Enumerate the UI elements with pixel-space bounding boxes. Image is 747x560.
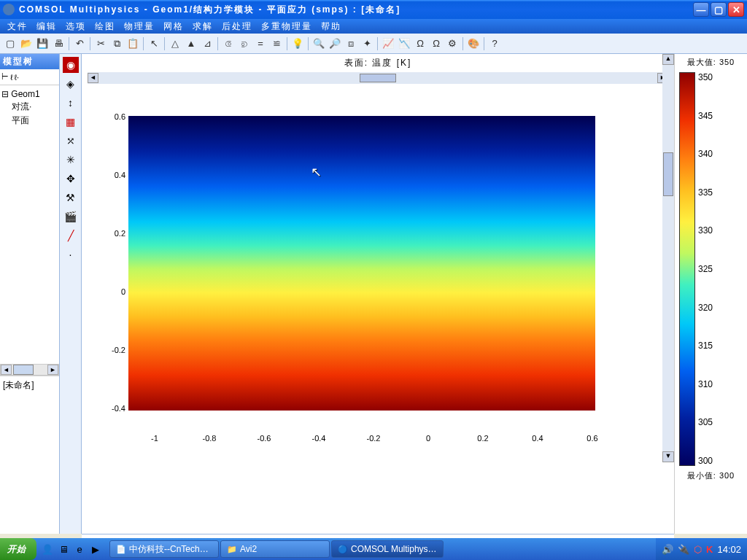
x-tick: 0.2 [477,434,488,443]
menu-multiphysics[interactable]: 多重物理量 [258,19,315,34]
colorbar-ticks: 350345340 335330325 320315310 305300 [695,72,713,466]
sideicon-layers-icon[interactable]: ◈ [63,76,79,92]
equals-icon[interactable]: = [253,36,268,51]
maximize-button[interactable]: ▢ [711,2,727,17]
plot-area: 表面: 温度 [K] ◄► ↖ 0.6 0.4 0.2 0 -0.2 -0.4 … [82,54,674,534]
print-icon[interactable]: 🖶 [51,36,66,51]
undo-icon[interactable]: ↶ [72,36,87,51]
x-tick: 0.4 [532,434,543,443]
tree-root[interactable]: ⊟ Geom1 [1,88,58,100]
tree-toolbar: ⊢ ℓ ℓ· [0,69,59,85]
menu-postprocess[interactable]: 后处理 [219,19,255,34]
x-tick: 0 [426,434,430,443]
system-tray[interactable]: 🔊 🔌 ⬡ K 14:02 [656,538,747,560]
colorbar-max: 最大值: 350 [679,57,743,68]
zoom-in-icon[interactable]: 🔍 [311,36,326,51]
help-icon[interactable]: ? [487,36,502,51]
y-tick: 0.2 [107,229,125,238]
menu-file[interactable]: 文件 [4,19,31,34]
colorbar [679,72,695,466]
menu-physics[interactable]: 物理量 [121,19,158,34]
bulb-icon[interactable]: 💡 [290,36,305,51]
y-tick: -0.4 [107,404,125,413]
sideicon-line-icon[interactable]: ╱ [63,228,79,244]
sideicon-snow-icon[interactable]: ✳ [63,152,79,168]
tray-clock: 14:02 [717,544,741,555]
sideicon-dot-icon[interactable]: · [63,246,79,262]
tray-icon[interactable]: 🔊 [662,544,673,555]
ql-ie-icon[interactable]: e [73,542,86,556]
plot-vscroll[interactable]: ▲▼ [662,54,674,462]
x-tick: -0.8 [203,434,217,443]
tray-icon[interactable]: 🔌 [678,544,689,555]
x-tick: -0.2 [367,434,381,443]
task-button[interactable]: 📁 Avi2 [220,540,330,558]
taskbar: 开始 👤 🖥 e ▶ 📄 中仿科技--CnTech… 📁 Avi2 🔵 COMS… [0,538,747,560]
y-tick: 0.4 [107,171,125,179]
task-button[interactable]: 🔵 COMSOL Multiphys… [331,540,444,558]
untitled-panel: [未命名] [0,376,59,534]
omega2-icon[interactable]: Ω [429,36,444,51]
tray-icon[interactable]: K [706,544,713,555]
close-button[interactable]: ✕ [728,2,744,17]
tree-node[interactable]: 平面 [1,114,58,128]
sideicon-grid-icon[interactable]: ▦ [63,114,79,130]
menu-draw[interactable]: 绘图 [92,19,118,34]
colorbar-panel: 最大值: 350 350345340 335330325 320315310 3… [674,54,747,534]
sideicon-move-icon[interactable]: ✥ [63,171,79,187]
menu-edit[interactable]: 编辑 [34,19,60,34]
tree-hscroll[interactable]: ◄► [0,364,59,376]
zoom-window-icon[interactable]: ⧈ [344,36,358,51]
titlebar: COMSOL Multiphysics - Geom1/结构力学模块 - 平面应… [0,0,747,19]
toolbar: ▢ 📂 💾 🖶 ↶ ✂ ⧉ 📋 ↖ △ ▲ ⊿ ⟃ ⟄ = ≌ 💡 🔍 🔎 ⧈ … [0,34,747,54]
wrench-icon[interactable]: ⟃ [221,36,236,51]
x-tick: 0.6 [587,434,597,443]
menu-help[interactable]: 帮助 [318,19,344,34]
plot2-icon[interactable]: 📉 [397,36,411,51]
ql-desktop-icon[interactable]: 🖥 [57,542,70,556]
x-tick: -1 [151,434,158,443]
ql-msn-icon[interactable]: 👤 [41,542,54,556]
tree-tool-icon[interactable]: ⊢ [1,72,9,82]
start-button[interactable]: 开始 [0,538,36,560]
minimize-button[interactable]: — [693,2,709,17]
ql-media-icon[interactable]: ▶ [89,542,102,556]
tree-tool-icon[interactable]: ℓ [10,73,13,82]
menu-solve[interactable]: 求解 [190,19,216,34]
new-icon[interactable]: ▢ [3,36,18,51]
sideicon-film-icon[interactable]: 🎬 [63,209,79,225]
paste-icon[interactable]: 📋 [125,36,140,51]
window-title: COMSOL Multiphysics - Geom1/结构力学模块 - 平面应… [19,4,693,16]
plot1-icon[interactable]: 📈 [381,36,395,51]
plot-canvas[interactable]: ↖ 0.6 0.4 0.2 0 -0.2 -0.4 -1 -0.8 -0.6 -… [85,87,671,499]
zoom-out-icon[interactable]: 🔎 [328,36,342,51]
side-toolbar: ◉ ◈ ↕ ▦ ⤱ ✳ ✥ ⚒ 🎬 ╱ · [60,54,82,534]
gear-icon[interactable]: ⚙ [445,36,460,51]
triangle-icon[interactable]: △ [168,36,182,51]
pointer-icon[interactable]: ↖ [147,36,161,51]
axis-icon[interactable]: ⊿ [200,36,214,51]
tree-tool-icon[interactable]: ℓ· [15,73,20,82]
copy-icon[interactable]: ⧉ [109,36,124,51]
menu-mesh[interactable]: 网格 [160,19,187,34]
task-button[interactable]: 📄 中仿科技--CnTech… [109,540,219,558]
cut-icon[interactable]: ✂ [93,36,108,51]
y-tick: 0 [107,287,125,296]
sideicon-graph-icon[interactable]: ⤱ [63,133,79,149]
colorbar-min: 最小值: 300 [679,470,743,481]
triangle2-icon[interactable]: ▲ [184,36,198,51]
open-icon[interactable]: 📂 [19,36,34,51]
palette-icon[interactable]: 🎨 [466,36,481,51]
tray-icon[interactable]: ⬡ [694,544,702,555]
save-icon[interactable]: 💾 [35,36,50,51]
wrench2-icon[interactable]: ⟄ [237,36,252,51]
omega-icon[interactable]: Ω [413,36,427,51]
sideicon-tool-icon[interactable]: ⚒ [63,190,79,206]
approx-icon[interactable]: ≌ [269,36,284,51]
menu-options[interactable]: 选项 [63,19,89,34]
sideicon-arrows-icon[interactable]: ↕ [63,95,79,111]
zoom-extents-icon[interactable]: ✦ [360,36,374,51]
tree-node[interactable]: 对流· [1,100,58,114]
plot-hscroll[interactable]: ◄► [88,72,668,84]
sideicon-target-icon[interactable]: ◉ [63,57,79,73]
